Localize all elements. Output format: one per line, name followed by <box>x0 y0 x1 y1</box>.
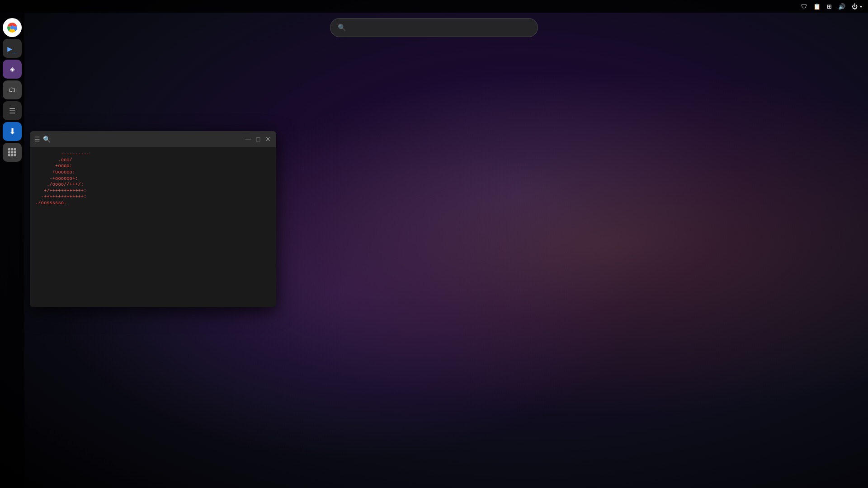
dock-item-download[interactable]: ⬇ <box>3 122 22 141</box>
topbar-right: 🛡 📋 ⊞ 🔊 ⏻ ▾ <box>799 2 864 11</box>
search-field[interactable] <box>351 24 530 32</box>
ascii-art: ---------- .ooo/ +oooo: +oooooo: -+ooooo… <box>35 151 135 206</box>
svg-rect-3 <box>14 148 16 150</box>
terminal-menu-icon[interactable]: ☰ <box>34 136 40 143</box>
terminal-minimize-btn[interactable]: — <box>245 136 252 143</box>
power-icon[interactable]: ⏻ ▾ <box>850 2 864 11</box>
terminal-search-btn[interactable]: 🔍 <box>43 136 50 143</box>
terminal-maximize-btn[interactable]: □ <box>255 136 262 143</box>
search-bar: 🔍 <box>330 18 538 37</box>
shield-icon[interactable]: 🛡 <box>799 2 809 11</box>
dock-item-unknown2[interactable]: ☰ <box>3 101 22 120</box>
terminal-content: ---------- .ooo/ +oooo: +oooooo: -+ooooo… <box>35 151 271 206</box>
svg-rect-6 <box>14 151 16 154</box>
svg-rect-4 <box>8 151 10 154</box>
dock: ▶_ ◈ 🗂 ☰ ⬇ <box>0 13 24 488</box>
terminal-close-btn[interactable]: ✕ <box>264 136 272 143</box>
dock-item-apps[interactable] <box>3 143 22 162</box>
svg-rect-1 <box>8 148 10 150</box>
dock-item-files[interactable]: 🗂 <box>3 80 22 99</box>
topbar: 🛡 📋 ⊞ 🔊 ⏻ ▾ <box>0 0 868 13</box>
svg-rect-5 <box>11 151 14 154</box>
search-input-container[interactable]: 🔍 <box>330 18 538 37</box>
svg-rect-8 <box>11 154 14 156</box>
svg-rect-2 <box>11 148 14 150</box>
volume-icon[interactable]: 🔊 <box>836 2 847 11</box>
search-icon: 🔍 <box>338 23 346 32</box>
network-icon[interactable]: ⊞ <box>825 2 834 11</box>
dock-item-terminal[interactable]: ▶_ <box>3 39 22 58</box>
terminal-window: ☰ 🔍 — □ ✕ ---------- .ooo/ +oooo: +ooooo… <box>30 131 276 307</box>
terminal-window-controls: — □ ✕ <box>245 136 272 143</box>
svg-rect-9 <box>14 154 16 156</box>
terminal-body[interactable]: ---------- .ooo/ +oooo: +oooooo: -+ooooo… <box>30 147 276 307</box>
dock-item-unknown1[interactable]: ◈ <box>3 60 22 79</box>
terminal-left-controls: ☰ 🔍 <box>34 136 50 143</box>
svg-rect-7 <box>8 154 10 156</box>
dock-item-chrome[interactable] <box>3 18 22 37</box>
terminal-titlebar: ☰ 🔍 — □ ✕ <box>30 131 276 147</box>
clipboard-icon[interactable]: 📋 <box>811 2 822 11</box>
